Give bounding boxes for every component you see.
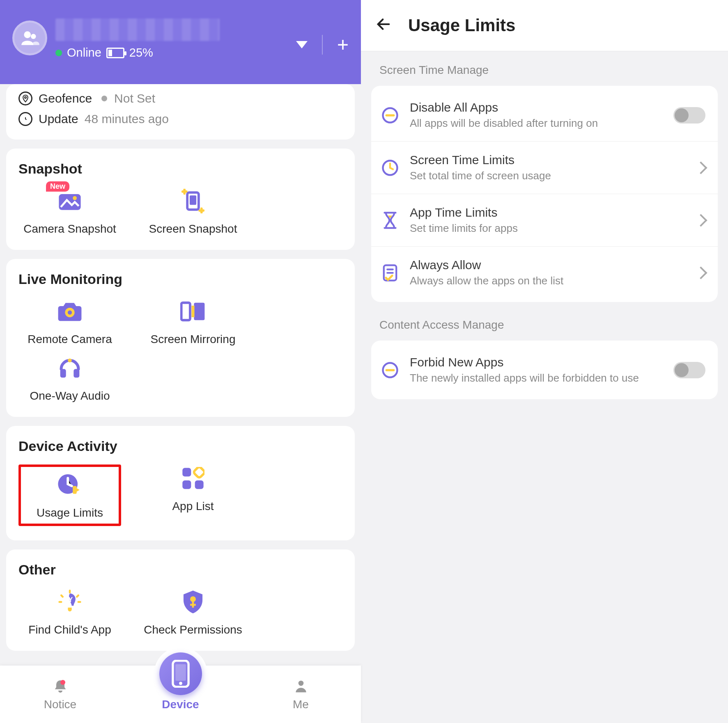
screen-time-card: Disable All Apps All apps will be disabl… xyxy=(371,86,718,302)
svg-rect-16 xyxy=(73,486,77,494)
disable-all-apps-toggle[interactable] xyxy=(673,107,705,124)
disable-all-apps-sub: All apps will be disabled after turning … xyxy=(410,117,664,130)
section-screen-time: Screen Time Manage xyxy=(361,64,728,86)
dropdown-icon[interactable] xyxy=(296,41,308,48)
add-device-button[interactable]: + xyxy=(337,40,349,50)
svg-text:Y: Y xyxy=(69,596,73,603)
nav-me[interactable]: Me xyxy=(241,666,361,723)
device-activity-card: Device Activity Usage Limits App List xyxy=(6,426,355,540)
remote-camera-label: Remote Camera xyxy=(28,333,112,346)
svg-rect-6 xyxy=(190,195,196,205)
camera-snapshot-item[interactable]: New Camera Snapshot xyxy=(18,187,121,236)
usage-limits-item[interactable]: Usage Limits xyxy=(18,464,121,526)
status-row: Online 25% xyxy=(55,46,153,59)
chevron-right-icon xyxy=(696,163,705,172)
chevron-right-icon xyxy=(696,268,705,277)
device-fab[interactable] xyxy=(154,647,207,700)
usage-limits-icon xyxy=(56,471,84,499)
forbid-new-apps-title: Forbid New Apps xyxy=(410,355,664,369)
one-way-audio-icon xyxy=(56,354,84,382)
divider xyxy=(322,35,323,55)
svg-point-25 xyxy=(298,681,303,686)
other-card: Other Y Find Child's App Check Permissio… xyxy=(6,549,355,651)
usage-limits-header: Usage Limits xyxy=(361,0,728,51)
remote-camera-icon xyxy=(56,297,84,325)
app-list-item[interactable]: App List xyxy=(142,464,244,526)
svg-point-0 xyxy=(24,31,31,38)
screen-mirroring-item[interactable]: Screen Mirroring xyxy=(142,297,244,346)
forbid-new-apps-row[interactable]: Forbid New Apps The newly installed apps… xyxy=(371,344,718,396)
update-row[interactable]: Update 48 minutes ago xyxy=(18,109,342,129)
live-monitoring-title: Live Monitoring xyxy=(18,271,342,287)
clock-limit-icon xyxy=(380,158,400,178)
svg-rect-19 xyxy=(195,480,204,489)
bell-icon xyxy=(51,677,69,696)
svg-point-14 xyxy=(68,359,71,362)
find-child-app-item[interactable]: Y Find Child's App xyxy=(18,588,121,636)
notification-dot-icon xyxy=(60,680,65,685)
other-title: Other xyxy=(18,562,342,578)
screen-time-limits-row[interactable]: Screen Time Limits Set total time of scr… xyxy=(371,142,718,194)
find-child-app-icon: Y xyxy=(56,588,84,616)
disable-all-apps-title: Disable All Apps xyxy=(410,101,664,114)
back-button[interactable] xyxy=(375,16,392,35)
battery-icon xyxy=(106,48,124,58)
geofence-label: Geofence xyxy=(39,92,92,105)
svg-rect-13 xyxy=(73,369,79,378)
nav-notice-label: Notice xyxy=(44,698,76,711)
app-time-limits-sub: Set time limits for apps xyxy=(410,222,687,235)
screen-time-limits-sub: Set total time of screen usage xyxy=(410,169,687,182)
svg-rect-20 xyxy=(193,467,204,478)
screen-time-limits-title: Screen Time Limits xyxy=(410,153,687,167)
update-value: 48 minutes ago xyxy=(85,112,169,126)
always-allow-sub: Always allow the apps on the list xyxy=(410,275,687,287)
nav-notice[interactable]: Notice xyxy=(0,666,120,723)
svg-rect-11 xyxy=(191,306,194,317)
svg-point-28 xyxy=(179,682,182,685)
disable-all-apps-row[interactable]: Disable All Apps All apps will be disabl… xyxy=(371,89,718,142)
screen-snapshot-item[interactable]: Screen Snapshot xyxy=(142,187,244,236)
online-dot-icon xyxy=(55,50,62,56)
app-time-limits-row[interactable]: App Time Limits Set time limits for apps xyxy=(371,194,718,247)
svg-rect-18 xyxy=(182,480,191,489)
geofence-icon xyxy=(18,92,32,105)
always-allow-title: Always Allow xyxy=(410,258,687,272)
battery-label: 25% xyxy=(129,46,153,59)
snapshot-title: Snapshot xyxy=(18,161,342,177)
svg-rect-9 xyxy=(181,303,190,320)
check-permissions-icon xyxy=(179,588,207,616)
device-panel: Online 25% + Geofence Not Set xyxy=(0,0,361,723)
screen-mirroring-icon xyxy=(179,297,207,325)
app-time-limits-title: App Time Limits xyxy=(410,206,687,220)
remote-camera-item[interactable]: Remote Camera xyxy=(18,297,121,346)
always-allow-row[interactable]: Always Allow Always allow the apps on th… xyxy=(371,247,718,299)
app-list-label: App List xyxy=(172,500,214,513)
forbid-new-apps-toggle[interactable] xyxy=(673,362,705,378)
check-permissions-item[interactable]: Check Permissions xyxy=(142,588,244,636)
screen-snapshot-label: Screen Snapshot xyxy=(149,222,237,236)
one-way-audio-label: One-Way Audio xyxy=(30,389,110,403)
geofence-row[interactable]: Geofence Not Set xyxy=(18,88,342,109)
live-monitoring-card: Live Monitoring Remote Camera Screen Mir… xyxy=(6,259,355,417)
hourglass-icon xyxy=(380,210,400,230)
device-header: Online 25% + xyxy=(0,0,361,84)
forbid-new-apps-sub: The newly installed apps will be forbidd… xyxy=(410,372,664,384)
one-way-audio-item[interactable]: One-Way Audio xyxy=(18,354,121,403)
device-info-card: Geofence Not Set Update 48 minutes ago xyxy=(6,84,355,140)
check-permissions-label: Check Permissions xyxy=(144,623,242,636)
svg-rect-12 xyxy=(60,369,66,378)
snapshot-card: Snapshot New Camera Snapshot Screen Snap… xyxy=(6,149,355,250)
svg-point-1 xyxy=(31,34,36,39)
online-label: Online xyxy=(67,46,101,59)
find-child-app-label: Find Child's App xyxy=(28,623,111,636)
update-label: Update xyxy=(39,112,78,126)
svg-point-2 xyxy=(25,96,26,98)
svg-point-8 xyxy=(68,310,72,314)
svg-rect-24 xyxy=(190,604,196,606)
avatar[interactable] xyxy=(12,21,47,55)
device-activity-title: Device Activity xyxy=(18,438,342,454)
allow-list-icon xyxy=(380,263,400,283)
section-content-access: Content Access Manage xyxy=(361,318,728,341)
clock-icon xyxy=(18,112,32,126)
svg-rect-17 xyxy=(182,468,191,476)
